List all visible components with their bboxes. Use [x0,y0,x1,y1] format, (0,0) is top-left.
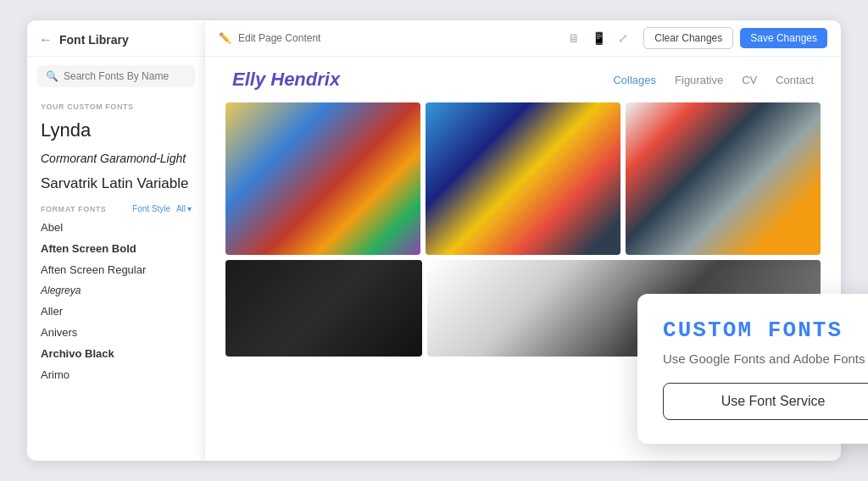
font-item-alegreya[interactable]: Alegreya [27,280,205,301]
tablet-icon[interactable]: 📱 [592,31,606,45]
edit-page-label: Edit Page Content [238,32,561,44]
format-header: FORMAT FONTS Font Style All ▾ [27,197,205,217]
desktop-icon[interactable]: 🖥 [568,31,580,45]
artwork-image-3 [626,102,821,255]
sidebar-title: Font Library [59,33,129,47]
custom-font-cormorant[interactable]: Cormorant Garamond-Light [27,147,205,170]
nav-link-collages[interactable]: Collages [613,74,656,86]
nav-link-cv[interactable]: CV [742,74,757,86]
search-icon: 🔍 [46,70,58,82]
image-grid [205,102,841,255]
custom-fonts-section-label: YOUR CUSTOM FONTS [27,96,205,114]
custom-font-sarvatrik[interactable]: Sarvatrik Latin Variable [27,170,205,197]
artwork-image-2 [426,102,620,255]
font-item-archivo[interactable]: Archivo Black [27,343,205,364]
custom-font-lynda[interactable]: Lynda [27,114,205,147]
site-title: Elly Hendrix [232,69,340,91]
font-item-abel[interactable]: Abel [27,217,205,238]
back-arrow-icon[interactable]: ← [39,32,53,47]
format-fonts-label: FORMAT FONTS [41,205,106,213]
font-list: Abel Aften Screen Bold Aften Screen Regu… [27,217,205,461]
popup-subtitle: Use Google Fonts and Adobe Fonts [663,351,868,366]
edit-icon: ✏️ [219,32,231,44]
font-item-anivers[interactable]: Anivers [27,322,205,343]
font-item-aller[interactable]: Aller [27,301,205,322]
search-bar[interactable]: 🔍 [37,65,195,87]
save-changes-button[interactable]: Save Changes [740,28,827,48]
artwork-image-4 [225,260,422,357]
popup-title: CUSTOM FONTS [663,318,868,343]
nav-links: Collages Figurative CV Contact [613,74,814,86]
font-item-arimo[interactable]: Arimo [27,364,205,385]
font-item-aften-bold[interactable]: Aften Screen Bold [27,238,205,259]
font-style-select[interactable]: Font Style All ▾ [132,204,192,213]
nav-link-figurative[interactable]: Figurative [675,74,723,86]
clear-changes-button[interactable]: Clear Changes [643,27,733,49]
sidebar-header: ← Font Library [27,20,205,57]
main-container: ← Font Library 🔍 YOUR CUSTOM FONTS Lynda… [27,20,841,461]
site-nav: Elly Hendrix Collages Figurative CV Cont… [205,57,841,102]
search-input[interactable] [64,70,186,82]
toolbar-icons: 🖥 📱 ⤢ [568,31,628,45]
custom-fonts-popup: CUSTOM FONTS Use Google Fonts and Adobe … [637,294,868,444]
font-item-aften-regular[interactable]: Aften Screen Regular [27,259,205,280]
font-style-value: All [176,204,186,213]
use-font-service-button[interactable]: Use Font Service [663,383,868,420]
font-library-sidebar: ← Font Library 🔍 YOUR CUSTOM FONTS Lynda… [27,20,205,461]
top-bar: ✏️ Edit Page Content 🖥 📱 ⤢ Clear Changes… [205,20,841,57]
chevron-down-icon: ▾ [187,204,192,213]
nav-link-contact[interactable]: Contact [776,74,814,86]
artwork-image-1 [225,102,420,255]
expand-icon[interactable]: ⤢ [618,31,628,45]
font-style-label: Font Style [132,204,170,213]
